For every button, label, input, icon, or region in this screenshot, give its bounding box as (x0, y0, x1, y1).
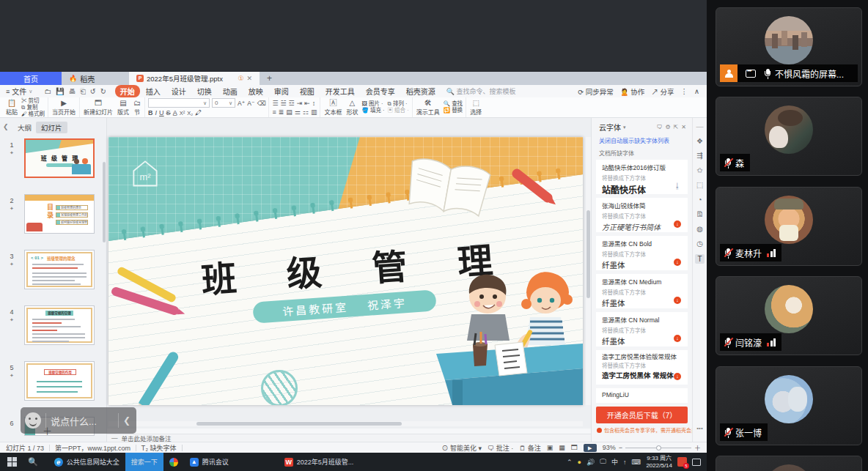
participant-tile[interactable]: 森 (716, 97, 862, 176)
sync-status[interactable]: ⟳ 同步异常 (578, 86, 614, 97)
slide-thumb-4[interactable]: 班级常规的管理 (24, 305, 95, 345)
new-tab-button[interactable]: + (260, 72, 279, 85)
ribbon-tab-home[interactable]: 开始 (115, 85, 140, 97)
ribbon-tab-insert[interactable]: 插入 (141, 85, 166, 97)
superscript-button[interactable]: X² (180, 110, 185, 116)
layout-button[interactable]: ▤版式 (117, 100, 130, 116)
highlight-button[interactable]: 🖍 (195, 109, 202, 116)
decrease-font-icon[interactable]: A⁻ (247, 100, 254, 107)
font-size-select[interactable]: 0∨ (212, 98, 235, 108)
share-button[interactable]: ↗ 分享 (651, 86, 674, 97)
tab-home[interactable]: 首页 (0, 72, 62, 85)
download-font-icon[interactable]: ⭳ (674, 182, 681, 190)
participant-tile[interactable]: 麦林升 (716, 187, 862, 266)
format-painter-button[interactable]: 🖌 格式刷 (21, 111, 45, 117)
ribbon-tab-transition[interactable]: 切换 (192, 85, 217, 97)
close-panel-icon[interactable]: ✕ (681, 124, 686, 130)
slide-thumb-5[interactable]: 班级管理的作用 (24, 361, 95, 401)
chat-input[interactable]: 说点什么... (51, 414, 114, 428)
taskbar-meeting-item[interactable]: ▲腾讯会议 (184, 453, 235, 471)
comment-button[interactable]: 🗨 批注 · (488, 443, 513, 453)
strike-button[interactable]: S (166, 109, 171, 116)
network-icon[interactable]: 🖵 (600, 458, 606, 466)
image-button[interactable]: 🖼 图片 · (361, 101, 384, 107)
subscript-button[interactable]: X₂ (187, 110, 193, 116)
slideshow-play-button[interactable]: ▶ (584, 444, 597, 452)
slides-tab[interactable]: 幻灯片 (36, 122, 67, 133)
replace-button[interactable]: 🔁 替换 (444, 108, 463, 114)
font-card[interactable]: PMingLiU (596, 388, 688, 403)
participant-tile[interactable]: 闫铭濠 (716, 276, 862, 355)
collab-button[interactable]: 🙎 协作 (620, 86, 645, 97)
tab-docer[interactable]: 🔥稻壳 (62, 72, 129, 85)
font-card[interactable]: 思源黑体 CN Medium 将替换成下方字体 纤墨体 ↓ (596, 274, 688, 308)
canvas-vscrollbar[interactable] (586, 137, 591, 405)
zoom-slider[interactable] (625, 448, 691, 448)
arrange-button[interactable]: ⧉ 排列 · (387, 101, 408, 107)
outline-tab[interactable]: 大纲 (18, 122, 32, 133)
slide-thumb-1[interactable]: 班 级 管 理 (24, 138, 95, 178)
rail-more-icon[interactable]: ••• (696, 425, 702, 431)
section-button[interactable]: 🗂节 (133, 100, 141, 116)
rail-font-panel-icon[interactable]: T (695, 254, 704, 264)
download-after-membership-button[interactable]: 开通会员后下载（7） (596, 407, 688, 423)
canvas-hscrollbar[interactable] (108, 421, 583, 426)
copy-button[interactable]: ⧉ 复制 (21, 105, 45, 111)
font-card[interactable]: 思源黑体 CN Bold 将替换成下方字体 纤墨体 ↓ (596, 236, 688, 270)
emoji-icon[interactable] (25, 412, 41, 429)
present-tool-button[interactable]: 🛠演示工具 (416, 100, 441, 116)
taskbar-wps-item[interactable]: W2022年5月班级管... (279, 453, 360, 471)
fill-button[interactable]: 🪣 填充 · (361, 108, 384, 114)
volume-icon[interactable]: 🔊 (586, 459, 595, 466)
taskbar-chrome-item[interactable] (163, 453, 184, 471)
slide-canvas[interactable]: m² 班 级 管 理 许昌教研室祝泽宇 (108, 137, 583, 405)
pin-icon[interactable]: ⇱ (674, 124, 679, 130)
textbox-button[interactable]: 🄰文本框 (323, 100, 342, 116)
rail-layout-icon[interactable]: ⬚ (696, 181, 703, 189)
rail-image-icon[interactable]: 🖻 (696, 210, 704, 218)
font-card[interactable]: 张海山锐线体简 将替换成下方字体 方正硬笔行书简体 ↓ (596, 198, 688, 232)
file-menu[interactable]: ≡文件∨ (0, 86, 38, 97)
doc-close-icon[interactable]: ✕ (246, 75, 252, 82)
cut-button[interactable]: ✂ 剪切 (21, 98, 45, 104)
view-sorter-icon[interactable]: ▦ (559, 444, 565, 451)
tray-expand-icon[interactable]: ⌃ (567, 459, 573, 466)
font-color-button[interactable]: A̲ (173, 109, 177, 116)
rail-clock-icon[interactable]: ◷ (696, 240, 703, 248)
select-button[interactable]: ⬚选择 (469, 100, 482, 116)
note-button[interactable]: 🗒 备注 (519, 443, 541, 453)
bold-button[interactable]: B (148, 109, 153, 116)
find-button[interactable]: 🔍 查找 (444, 101, 463, 107)
ribbon-tab-design[interactable]: 设计 (166, 85, 191, 97)
ribbon-tab-slideshow[interactable]: 放映 (243, 85, 268, 97)
arrow-icon[interactable]: ↑ (623, 459, 627, 466)
rail-help-icon[interactable]: ◔ (697, 196, 702, 204)
ribbon-tab-docer[interactable]: 稻壳资源 (401, 85, 441, 97)
panel-collapse-icon[interactable]: ❮ (3, 123, 9, 130)
chat-collapse-icon[interactable]: ❮ (123, 415, 132, 426)
tab-document[interactable]: P 2022年5月班级管理.pptx ① ✕ (129, 72, 260, 85)
slide-thumb-3[interactable]: < 01 > 班级管理的理念 (24, 250, 95, 289)
taskbar-search-icon[interactable]: 🔍 (28, 457, 38, 467)
hide-missing-fonts-link[interactable]: 关闭自动展示缺失字体列表 (592, 135, 692, 147)
rail-ball-icon[interactable]: ◍ (696, 225, 703, 233)
taskbar-clock[interactable]: 9:33 周六2022/5/14 (646, 455, 672, 470)
italic-button[interactable]: I (155, 109, 158, 116)
notes-bar[interactable]: —单击此处添加备注 (107, 434, 591, 442)
participant-tile[interactable] (716, 456, 862, 471)
rail-object-icon[interactable]: ❖ (696, 137, 703, 145)
doc-info-icon[interactable]: ① (238, 75, 243, 82)
ime-icon[interactable]: 中 (611, 457, 618, 467)
new-slide-button[interactable]: 🗔新建幻灯片 (83, 100, 114, 116)
command-search[interactable]: 🔍 查找命令、搜索模板 (446, 86, 516, 96)
settings-icon[interactable]: ⚙ (665, 124, 670, 130)
tray-app-icon[interactable]: ● (578, 459, 581, 466)
beautify-button[interactable]: ⊙ 智能美化 ▾ (442, 443, 482, 453)
font-card[interactable]: 思源黑体 CN Normal 将替换成下方字体 纤墨体 ↓ (596, 312, 688, 346)
missing-font-status[interactable]: Ꭲ₂ 缺失字体 (141, 443, 176, 453)
clear-format-icon[interactable]: ⌫ (257, 100, 265, 107)
slide-thumb-2[interactable]: 目录 班级管理的理念 常规班级管理工作的必要性 如何做好班级常规管理工作 (24, 194, 95, 234)
participant-tile[interactable]: 张一博 (716, 366, 862, 445)
action-center-icon[interactable] (692, 459, 701, 466)
ribbon-tab-dev[interactable]: 开发工具 (320, 85, 360, 97)
